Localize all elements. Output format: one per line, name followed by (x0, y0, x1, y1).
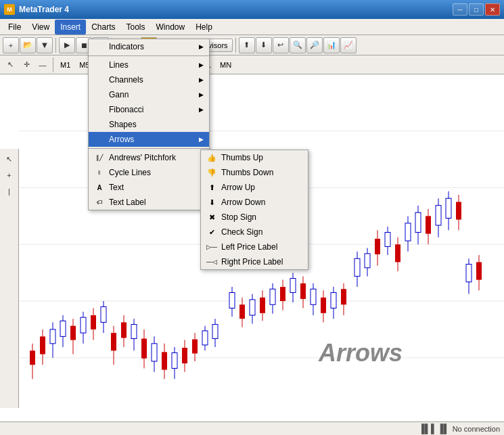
crosshair-tool[interactable]: ✛ (19, 58, 34, 72)
fibonacci-icon (94, 104, 105, 115)
channels-icon (94, 74, 105, 85)
menu-fibonacci[interactable]: Fibonacci ▶ (89, 102, 209, 117)
svg-rect-82 (280, 287, 285, 301)
svg-rect-68 (476, 262, 482, 279)
toolbar-btn-1[interactable]: ▶ (59, 37, 75, 53)
arrow-up-icon: ⬆ (206, 182, 217, 193)
menu-indicators[interactable]: Indicators ▶ (89, 39, 209, 54)
svg-rect-14 (70, 326, 76, 340)
left-price-label-text: Left Price Label (221, 242, 277, 252)
menu-arrows[interactable]: Arrows ▶ (89, 132, 209, 147)
svg-rect-50 (385, 232, 390, 246)
svg-rect-22 (111, 333, 116, 350)
svg-rect-62 (446, 198, 451, 218)
arrow-down-label: Arrow Down (221, 198, 265, 207)
menu-insert[interactable]: Insert (55, 20, 86, 35)
thumbs-down-label: Thumbs Down (221, 168, 273, 177)
maximize-button[interactable]: □ (469, 3, 484, 16)
menu-file[interactable]: File (3, 20, 26, 35)
menu-lines[interactable]: Lines ▶ (89, 58, 209, 72)
stop-sign[interactable]: ✖ Stop Sign (201, 210, 308, 225)
chart-btn-3[interactable]: ↩ (273, 37, 289, 53)
plus-btn[interactable]: + (2, 168, 17, 183)
gann-arrow: ▶ (199, 91, 204, 98)
lines-arrow: ▶ (199, 62, 204, 68)
svg-rect-30 (152, 344, 157, 361)
no-connection-label: No connection (453, 425, 500, 433)
separator-2 (89, 148, 209, 149)
cycle-icon: ⦀ (94, 167, 105, 178)
arrows-label: Arrows (109, 135, 134, 144)
fibonacci-label: Fibonacci (109, 105, 143, 114)
chart-btn-5[interactable]: 📈 (340, 37, 357, 53)
arrow-thumbs-down[interactable]: 👎 Thumbs Down (201, 165, 308, 180)
svg-rect-90 (239, 304, 245, 319)
arrow-up[interactable]: ⬆ Arrow Up (201, 180, 308, 195)
lines-icon (94, 60, 105, 70)
title-bar: M MetaTrader 4 ─ □ ✕ (0, 0, 504, 19)
chart-btn-4[interactable]: 📊 (323, 37, 340, 53)
save-btn[interactable]: ▼ (37, 37, 53, 53)
svg-rect-60 (436, 206, 441, 225)
andrews-icon: ∥╱ (94, 152, 105, 163)
new-btn[interactable]: + (3, 37, 19, 53)
left-price-label[interactable]: ▷— Left Price Label (201, 239, 308, 254)
menu-cycle-lines[interactable]: ⦀ Cycle Lines (89, 165, 209, 180)
chart-btn-1[interactable]: ⬆ (239, 37, 255, 53)
svg-rect-6 (30, 350, 35, 365)
svg-rect-42 (212, 325, 218, 339)
arrows-submenu: 👍 Thumbs Up 👎 Thumbs Down ⬆ Arrow Up ⬇ A… (200, 150, 308, 270)
pipe-btn[interactable]: | (2, 184, 17, 199)
menu-gann[interactable]: Gann ▶ (89, 87, 209, 102)
svg-rect-84 (270, 289, 275, 304)
svg-rect-10 (50, 329, 55, 344)
tf-mn[interactable]: MN (216, 60, 235, 70)
left-price-icon: ▷— (206, 242, 217, 252)
check-sign[interactable]: ✔ Check Sign (201, 225, 308, 239)
menu-shapes[interactable]: Shapes (89, 117, 209, 132)
chart-btn-2[interactable]: ⬇ (256, 37, 272, 53)
menu-bar: File View Insert Charts Tools Window Hel… (0, 19, 504, 35)
tf-m1[interactable]: M1 (56, 60, 74, 70)
text-icon: A (94, 182, 105, 193)
menu-channels[interactable]: Channels ▶ (89, 72, 209, 87)
zoom-out-btn[interactable]: 🔎 (306, 37, 323, 53)
cursor-tool[interactable]: ↖ (3, 58, 18, 72)
stop-sign-label: Stop Sign (221, 212, 256, 222)
thumbs-down-icon: 👎 (206, 167, 217, 178)
svg-rect-58 (426, 216, 431, 233)
svg-rect-56 (415, 212, 421, 232)
close-button[interactable]: ✕ (485, 3, 500, 16)
indicators-icon (94, 41, 105, 52)
menu-help[interactable]: Help (190, 20, 218, 35)
minimize-button[interactable]: ─ (453, 3, 467, 16)
menu-tools[interactable]: Tools (121, 20, 151, 35)
chart-label: Arrows (319, 339, 403, 367)
menu-window[interactable]: Window (151, 20, 191, 35)
arrow-thumbs-up[interactable]: 👍 Thumbs Up (201, 150, 308, 165)
menu-text[interactable]: A Text (89, 180, 209, 195)
menu-view[interactable]: View (26, 20, 55, 35)
menu-text-label[interactable]: 🏷 Text Label (89, 195, 209, 210)
thumbs-up-label: Thumbs Up (221, 153, 263, 162)
arrows-arrow: ▶ (199, 136, 204, 143)
svg-rect-88 (250, 300, 255, 315)
svg-rect-48 (375, 239, 380, 254)
svg-rect-72 (331, 292, 336, 308)
zoom-in-btn[interactable]: 🔍 (290, 37, 306, 53)
cycle-label: Cycle Lines (109, 168, 151, 177)
right-price-label[interactable]: —◁ Right Price Label (201, 254, 308, 269)
status-bar: ▐▌▌▐▌ No connection (0, 421, 504, 435)
menu-charts[interactable]: Charts (86, 20, 120, 35)
menu-andrews[interactable]: ∥╱ Andrews' Pitchfork (89, 150, 209, 165)
svg-rect-76 (311, 289, 316, 304)
svg-rect-16 (81, 317, 86, 333)
line-tool[interactable]: — (35, 58, 50, 72)
cursor-btn[interactable]: ↖ (2, 152, 17, 166)
insert-menu-dropdown: Indicators ▶ Lines ▶ Channels ▶ Gann ▶ F… (88, 39, 210, 210)
svg-rect-36 (182, 348, 187, 363)
arrow-down[interactable]: ⬇ Arrow Down (201, 195, 308, 210)
open-btn[interactable]: 📂 (20, 37, 36, 53)
text-label-text: Text Label (109, 198, 146, 207)
gann-label: Gann (109, 90, 129, 99)
